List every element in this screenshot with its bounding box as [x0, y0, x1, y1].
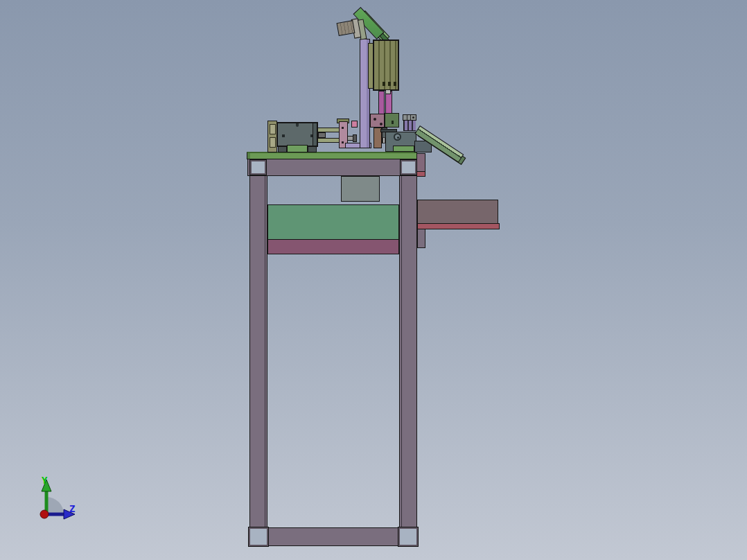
cylinder-notch-2: [388, 82, 391, 86]
valve-col-2: [409, 121, 412, 130]
triad-arc: [46, 497, 64, 514]
valve-columns[interactable]: [403, 120, 416, 131]
frame-bottom-beam[interactable]: [249, 527, 417, 546]
shelf-beam[interactable]: [417, 200, 498, 224]
piston-rod-left[interactable]: [378, 91, 385, 116]
motor-bolt-left: [282, 134, 285, 137]
shelf-red-rail[interactable]: [417, 223, 500, 229]
knob-center: [397, 137, 399, 139]
y-axis-label: Y: [42, 475, 48, 486]
plate-bolt-1: [342, 127, 344, 129]
tabletop-left-edge: [247, 153, 250, 159]
valve-col-3: [413, 121, 416, 130]
base-green-plate[interactable]: [393, 146, 414, 152]
x-axis-origin-dot: [40, 510, 49, 518]
cad-viewport[interactable]: Y Z: [0, 0, 747, 560]
green-block-mark: [392, 121, 394, 124]
bracket-notch-bottom: [270, 137, 276, 148]
leg-right-inner-edge: [401, 176, 402, 528]
gripper-block-green[interactable]: [385, 113, 399, 128]
control-gray-box[interactable]: [341, 176, 380, 202]
gripper-block-brown[interactable]: [370, 114, 385, 128]
frame-top-beam[interactable]: [247, 159, 417, 176]
shelf-upright-strip[interactable]: [416, 153, 425, 177]
gripper-hole-1: [374, 118, 376, 121]
manifold-dot: [412, 116, 414, 119]
leg-left-inner-edge: [265, 176, 265, 528]
spindle-motor[interactable]: [337, 20, 355, 36]
motor-foot-plate[interactable]: [287, 145, 308, 152]
motor-foot-dark-left: [278, 146, 287, 152]
shelf-lower-block[interactable]: [417, 229, 425, 248]
frame-leg-right[interactable]: [399, 175, 417, 529]
frame-foot-left[interactable]: [249, 527, 268, 546]
inner-maroon-panel[interactable]: [267, 239, 399, 254]
guide-rod-upper[interactable]: [317, 128, 340, 132]
piston-rod-right[interactable]: [385, 91, 392, 116]
inner-green-panel[interactable]: [267, 204, 399, 240]
motor-body[interactable]: [276, 122, 318, 147]
manifold-line-1: [407, 115, 407, 120]
valve-col-1: [405, 121, 407, 130]
adjust-knob[interactable]: [394, 133, 401, 141]
shaft-tip: [353, 134, 357, 142]
axis-triad: Y Z: [31, 469, 87, 527]
plate-bolt-2: [342, 141, 344, 143]
frame-foot-right[interactable]: [398, 527, 418, 546]
pneumatic-cylinder[interactable]: [373, 40, 399, 91]
manifold-line-2: [410, 115, 411, 120]
shelf-strip-red-edge: [417, 171, 425, 176]
frame-corner-bracket-left[interactable]: [250, 160, 266, 175]
cylinder-notch-1: [383, 82, 385, 86]
frame-corner-bracket-right[interactable]: [401, 160, 416, 175]
rod-connector: [385, 89, 391, 94]
motor-bracket[interactable]: [267, 121, 277, 152]
cylinder-notch-3: [394, 82, 396, 86]
z-axis-label: Z: [69, 503, 75, 514]
bracket-notch-top: [270, 124, 276, 134]
motor-top-port: [296, 123, 299, 127]
rod-coupling: [318, 132, 326, 138]
motor-foot-dark-right: [308, 146, 317, 152]
motor-end-cap: [313, 123, 317, 146]
gripper-hole-2: [380, 123, 383, 125]
pink-clamp-block[interactable]: [351, 121, 358, 128]
guide-rod-lower[interactable]: [317, 138, 340, 143]
frame-leg-left[interactable]: [249, 175, 267, 529]
